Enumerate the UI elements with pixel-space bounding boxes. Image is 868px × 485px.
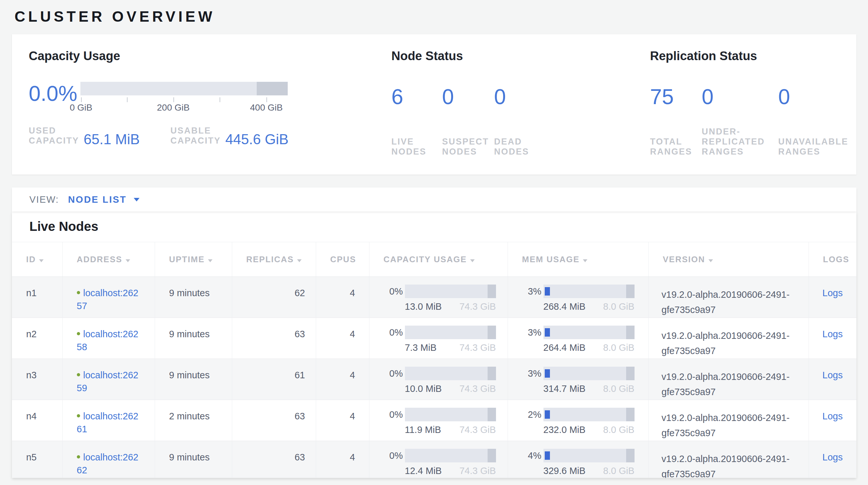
table-row: n4 localhost:26261 2 minutes 63 4 0% 11.… (12, 400, 857, 441)
capacity-bar (405, 367, 496, 380)
replication-status-title: Replication Status (650, 49, 857, 63)
cluster-overview-page: CLUSTER OVERVIEW Capacity Usage 0.0% (12, 8, 857, 478)
mem-usage-meter: 2% (508, 408, 648, 421)
node-address-cell: localhost:26262 (62, 441, 155, 478)
dead-nodes-stat: 0 DEAD NODES (494, 84, 650, 157)
column-header-capacity-usage[interactable]: CAPACITY USAGE (369, 242, 507, 277)
column-header-version[interactable]: VERSION (648, 242, 809, 277)
capacity-usage-cell: 0% 10.0 MiB74.3 GiB (369, 359, 507, 400)
mem-usage-meter: 3% (508, 367, 648, 380)
column-header-id[interactable]: ID (12, 242, 62, 277)
sort-caret-icon (470, 259, 475, 262)
node-id-cell: n3 (12, 359, 62, 400)
sort-caret-icon (39, 259, 43, 262)
usable-capacity-stat: USABLE CAPACITY 445.6 GiB (170, 126, 289, 146)
cpus-cell: 4 (316, 441, 369, 478)
live-nodes-label: LIVE NODES (392, 137, 442, 157)
axis-label-0gib: 0 GiB (70, 103, 92, 113)
version-cell: v19.2.0-alpha.20190606-2491-gfe735c9a97 (648, 359, 809, 400)
uptime-cell: 9 minutes (155, 318, 232, 359)
capacity-usage-meter: 0% (369, 449, 507, 462)
axis-label-400gib: 400 GiB (250, 103, 283, 113)
sort-caret-icon (126, 259, 130, 262)
uptime-cell: 2 minutes (155, 400, 232, 441)
version-cell: v19.2.0-alpha.20190606-2491-gfe735c9a97 (648, 400, 809, 441)
view-bar: VIEW: NODE LIST (12, 188, 857, 211)
version-cell: v19.2.0-alpha.20190606-2491-gfe735c9a97 (648, 441, 809, 478)
logs-link[interactable]: Logs (823, 452, 843, 462)
replicas-cell: 63 (232, 441, 316, 478)
unavailable-ranges-stat: 0 UNAVAILABLE RANGES (778, 84, 857, 157)
version-cell: v19.2.0-alpha.20190606-2491-gfe735c9a97 (648, 318, 809, 359)
replication-status-section: Replication Status 75 TOTAL RANGES 0 UND… (650, 49, 857, 175)
capacity-usage-meter: 0% (369, 285, 507, 298)
sort-caret-icon (208, 259, 213, 262)
used-capacity-stat: USED CAPACITY 65.1 MiB (29, 126, 140, 146)
live-status-dot-icon (77, 332, 80, 335)
logs-link[interactable]: Logs (823, 288, 843, 298)
mem-usage-cell: 3% 264.4 MiB8.0 GiB (507, 318, 648, 359)
column-header-uptime[interactable]: UPTIME (155, 242, 232, 277)
capacity-axis-ticks (81, 95, 288, 103)
capacity-bar (405, 325, 496, 339)
replication-stats: 75 TOTAL RANGES 0 UNDER-REPLICATED RANGE… (650, 84, 857, 157)
column-header-mem-usage[interactable]: MEM USAGE (507, 242, 648, 277)
node-address-link[interactable]: localhost:26257 (77, 288, 138, 311)
logs-cell: Logs (809, 400, 857, 441)
node-address-link[interactable]: localhost:26261 (77, 411, 138, 434)
capacity-usage-cell: 0% 13.0 MiB74.3 GiB (369, 277, 507, 318)
view-label: VIEW: (29, 194, 59, 205)
suspect-nodes-value: 0 (442, 84, 494, 110)
table-row: n3 localhost:26259 9 minutes 61 4 0% 10.… (12, 359, 857, 400)
capacity-stats: USED CAPACITY 65.1 MiB USABLE CAPACITY 4… (29, 126, 392, 146)
dead-nodes-label: DEAD NODES (494, 137, 559, 157)
capacity-usage-cell: 0% 11.9 MiB74.3 GiB (369, 400, 507, 441)
page-title: CLUSTER OVERVIEW (14, 8, 857, 25)
used-capacity-label: USED CAPACITY (29, 126, 83, 146)
capacity-bar-track (81, 82, 288, 95)
table-header-row: ID ADDRESS UPTIME REPLICAS CPUS CAPACITY… (12, 242, 857, 277)
dead-nodes-value: 0 (494, 84, 650, 110)
logs-link[interactable]: Logs (823, 329, 843, 339)
logs-cell: Logs (809, 318, 857, 359)
used-capacity-value: 65.1 MiB (84, 133, 140, 146)
cpus-cell: 4 (316, 359, 369, 400)
node-address-link[interactable]: localhost:26259 (77, 370, 138, 393)
logs-link[interactable]: Logs (823, 370, 843, 380)
live-status-dot-icon (77, 414, 80, 418)
mem-bar (544, 449, 634, 462)
unavailable-ranges-label: UNAVAILABLE RANGES (778, 137, 856, 157)
node-status-title: Node Status (392, 49, 650, 63)
mem-bar (544, 285, 634, 298)
node-address-link[interactable]: localhost:26258 (77, 329, 138, 352)
logs-link[interactable]: Logs (823, 411, 843, 421)
mem-usage-meter: 3% (508, 285, 648, 298)
version-cell: v19.2.0-alpha.20190606-2491-gfe735c9a97 (648, 277, 809, 318)
table-row: n5 localhost:26262 9 minutes 63 4 0% 12.… (12, 441, 857, 478)
under-replicated-ranges-label: UNDER-REPLICATED RANGES (702, 127, 771, 157)
node-address-cell: localhost:26257 (62, 277, 155, 318)
node-address-cell: localhost:26261 (62, 400, 155, 441)
node-address-link[interactable]: localhost:26262 (77, 452, 138, 475)
column-header-logs: LOGS (809, 242, 857, 277)
capacity-bar-chart: 0 GiB 200 GiB 400 GiB (81, 82, 288, 113)
node-id-cell: n2 (12, 318, 62, 359)
live-status-dot-icon (77, 455, 80, 458)
view-dropdown[interactable]: NODE LIST (68, 194, 140, 205)
cpus-cell: 4 (316, 318, 369, 359)
column-header-address[interactable]: ADDRESS (62, 242, 155, 277)
live-status-dot-icon (77, 291, 80, 294)
capacity-usage-cell: 0% 7.3 MiB74.3 GiB (369, 318, 507, 359)
capacity-usage-cell: 0% 12.4 MiB74.3 GiB (369, 441, 507, 478)
table-row: n2 localhost:26258 9 minutes 63 4 0% 7.3… (12, 318, 857, 359)
cluster-summary-card: Capacity Usage 0.0% 0 GiB (12, 34, 857, 175)
total-ranges-label: TOTAL RANGES (650, 137, 702, 157)
mem-bar (544, 367, 634, 380)
capacity-usage-meter: 0% (369, 325, 507, 339)
column-header-replicas[interactable]: REPLICAS (232, 242, 316, 277)
replicas-cell: 61 (232, 359, 316, 400)
live-nodes-card: Live Nodes ID ADDRESS UPTIME REPLICAS CP… (12, 211, 857, 478)
node-status-stats: 6 LIVE NODES 0 SUSPECT NODES 0 DEAD NODE… (392, 84, 650, 157)
replicas-cell: 63 (232, 318, 316, 359)
node-status-section: Node Status 6 LIVE NODES 0 SUSPECT NODES… (392, 49, 650, 175)
